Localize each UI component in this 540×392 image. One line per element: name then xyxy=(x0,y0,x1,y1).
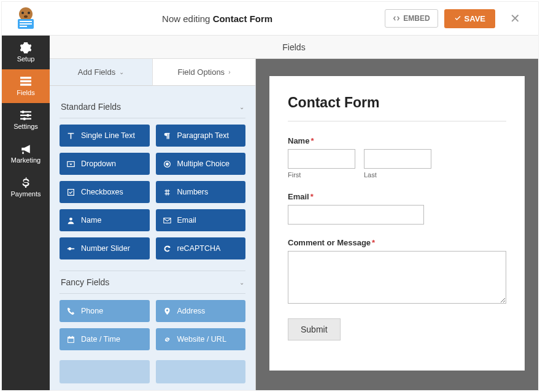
svg-rect-5 xyxy=(20,21,32,22)
section-header: Fields xyxy=(50,36,538,59)
svg-rect-27 xyxy=(69,336,70,337)
app-logo xyxy=(2,7,50,30)
field-numbers[interactable]: Numbers xyxy=(156,181,246,203)
svg-point-1 xyxy=(21,12,24,14)
input-first-name[interactable] xyxy=(288,149,355,169)
sidebar: Setup Fields Settings Marketing Payments xyxy=(2,36,50,390)
field-dropdown[interactable]: Dropdown xyxy=(60,153,150,175)
sidebar-item-payments[interactable]: Payments xyxy=(2,171,50,204)
text-icon xyxy=(67,132,75,140)
field-date-time[interactable]: Date / Time xyxy=(60,328,150,350)
svg-rect-26 xyxy=(68,337,74,338)
label-comment: Comment or Message* xyxy=(288,238,506,247)
form-preview: Contact Form Name* First xyxy=(256,59,538,390)
svg-rect-7 xyxy=(20,26,27,27)
list-icon xyxy=(20,76,31,87)
svg-point-0 xyxy=(19,7,33,21)
sublabel-last: Last xyxy=(364,171,431,179)
input-email[interactable] xyxy=(288,205,424,225)
save-button[interactable]: SAVE xyxy=(444,9,495,28)
slider-icon xyxy=(67,245,75,253)
divider xyxy=(60,118,245,118)
pin-icon xyxy=(163,307,171,315)
group-standard-fields[interactable]: Standard Fields ⌄ xyxy=(60,96,245,118)
svg-point-24 xyxy=(68,247,71,250)
dropdown-icon xyxy=(67,160,75,168)
sublabel-first: First xyxy=(288,171,355,179)
svg-rect-6 xyxy=(20,23,32,25)
form-card: Contact Form Name* First xyxy=(269,76,525,371)
svg-point-16 xyxy=(23,117,26,120)
label-name: Name* xyxy=(288,136,506,145)
svg-point-21 xyxy=(69,217,72,220)
form-name: Contact Form xyxy=(213,13,273,24)
wpforms-logo-icon xyxy=(12,7,40,30)
svg-point-19 xyxy=(166,163,169,166)
envelope-icon xyxy=(163,217,171,225)
field-recaptcha[interactable]: reCAPTCHA xyxy=(156,237,246,259)
field-placeholder[interactable] xyxy=(60,360,150,383)
link-icon xyxy=(163,336,171,344)
form-title: Contact Form xyxy=(288,94,506,111)
field-single-line-text[interactable]: Single Line Text xyxy=(60,125,150,147)
field-placeholder[interactable] xyxy=(156,360,246,383)
phone-icon xyxy=(67,307,75,315)
svg-rect-9 xyxy=(20,80,31,82)
svg-point-2 xyxy=(28,12,30,14)
paragraph-icon xyxy=(163,132,171,140)
svg-point-15 xyxy=(26,114,29,117)
label-email: Email* xyxy=(288,192,506,201)
svg-point-14 xyxy=(21,110,25,113)
field-paragraph-text[interactable]: Paragraph Text xyxy=(156,125,246,147)
dollar-icon xyxy=(20,177,31,188)
divider xyxy=(288,121,506,121)
hash-icon xyxy=(163,188,171,196)
code-icon xyxy=(393,15,400,22)
chevron-right-icon: › xyxy=(228,69,230,75)
page-title: Now editing Contact Form xyxy=(50,13,385,24)
svg-rect-10 xyxy=(20,83,31,85)
field-panel: Add Fields ⌄ Field Options › Standard Fi… xyxy=(50,59,256,390)
close-button[interactable]: ✕ xyxy=(501,11,529,26)
group-fancy-fields[interactable]: Fancy Fields ⌄ xyxy=(60,271,245,293)
field-number-slider[interactable]: Number Slider xyxy=(60,237,150,259)
sidebar-item-marketing[interactable]: Marketing xyxy=(2,137,50,171)
svg-rect-8 xyxy=(20,77,31,79)
tab-add-fields[interactable]: Add Fields ⌄ xyxy=(50,59,152,86)
field-name[interactable]: Name xyxy=(60,209,150,231)
field-phone[interactable]: Phone xyxy=(60,300,150,322)
input-last-name[interactable] xyxy=(364,149,431,169)
top-bar: Now editing Contact Form EMBED SAVE ✕ xyxy=(2,2,538,36)
bullhorn-icon xyxy=(20,144,31,155)
svg-rect-12 xyxy=(20,115,31,116)
chevron-down-icon: ⌄ xyxy=(239,279,244,286)
submit-button[interactable]: Submit xyxy=(288,318,341,340)
sidebar-item-setup[interactable]: Setup xyxy=(2,36,50,69)
checkbox-icon xyxy=(67,188,75,196)
radio-icon xyxy=(163,160,171,168)
chevron-down-icon: ⌄ xyxy=(119,69,124,75)
field-address[interactable]: Address xyxy=(156,300,246,322)
chevron-down-icon: ⌄ xyxy=(239,104,244,110)
gear-icon xyxy=(20,42,31,53)
sidebar-item-settings[interactable]: Settings xyxy=(2,103,50,137)
field-multiple-choice[interactable]: Multiple Choice xyxy=(156,153,246,175)
svg-rect-22 xyxy=(163,218,170,223)
input-comment[interactable] xyxy=(288,251,506,304)
svg-rect-28 xyxy=(72,336,73,337)
google-icon xyxy=(163,245,171,253)
divider xyxy=(60,293,245,294)
tab-field-options[interactable]: Field Options › xyxy=(152,59,255,86)
svg-point-3 xyxy=(24,15,28,18)
check-icon xyxy=(454,15,461,22)
embed-button[interactable]: EMBED xyxy=(385,9,438,28)
calendar-icon xyxy=(67,336,75,344)
field-email[interactable]: Email xyxy=(156,209,246,231)
user-icon xyxy=(67,217,75,225)
editing-prefix: Now editing xyxy=(162,13,213,24)
sidebar-item-fields[interactable]: Fields xyxy=(2,69,50,103)
field-website-url[interactable]: Website / URL xyxy=(156,328,246,350)
field-checkboxes[interactable]: Checkboxes xyxy=(60,181,150,203)
sliders-icon xyxy=(20,110,31,121)
